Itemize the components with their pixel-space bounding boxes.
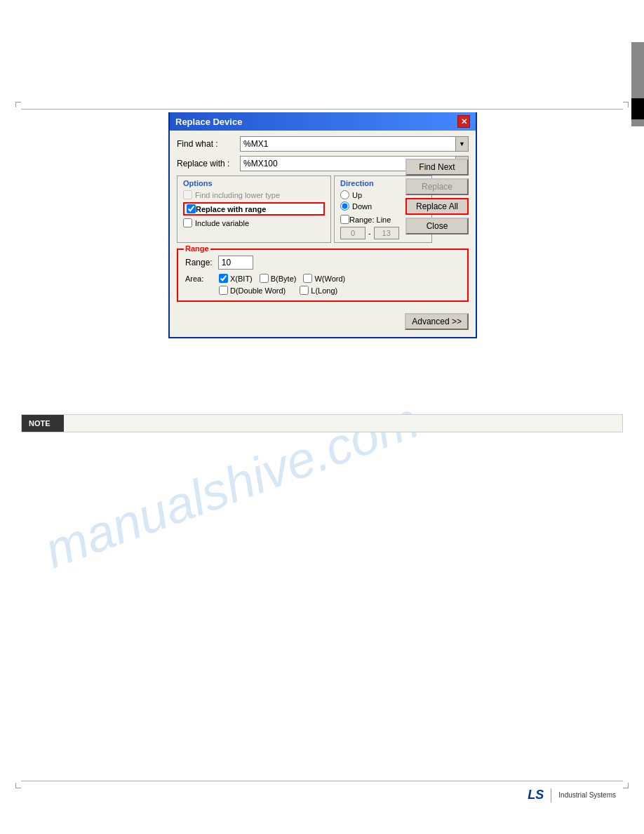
find-next-button[interactable]: Find Next [405,159,469,176]
corner-tr [623,102,629,107]
replace-button[interactable]: Replace [405,178,469,195]
dialog-title: Replace Device [175,117,242,127]
dword-checkbox-group: D(Double Word) [219,286,286,295]
range-value-input[interactable] [218,256,253,270]
dialog-main: Find what : ▼ Replace with : ▼ Find Next… [170,131,476,337]
logo-ls: LS [528,788,544,802]
corner-bl [15,783,21,788]
logo-separator [551,788,551,802]
find-including-lower-type-checkbox[interactable] [183,190,192,199]
wword-checkbox[interactable] [303,274,312,283]
area-row-2: D(Double Word) L(Long) [219,286,460,295]
corner-br [623,783,629,788]
find-what-input[interactable] [241,139,455,149]
top-line [21,109,623,110]
close-button[interactable]: Close [405,218,469,234]
up-radio[interactable] [340,190,349,199]
note-content [64,415,622,432]
find-what-row: Find what : ▼ [177,136,469,152]
corner-tl [15,102,21,107]
find-what-dropdown[interactable]: ▼ [455,137,468,151]
xbit-label: X(BIT) [230,274,253,283]
range-line-label: Range: Line [349,216,391,224]
bbyte-label: B(Byte) [271,274,297,283]
range-value-row: Range: [185,256,460,270]
wword-checkbox-group: W(Word) [303,274,345,283]
find-including-lower-type-row: Find including lower type [183,190,325,199]
logo-text: Industrial Systems [558,791,616,799]
xbit-checkbox[interactable] [219,274,228,283]
down-radio[interactable] [340,201,349,211]
xbit-checkbox-group: X(BIT) [219,274,253,283]
llong-checkbox[interactable] [300,286,309,295]
include-variable-row: Include variable [183,218,325,227]
dialog-close-button[interactable]: ✕ [457,115,470,128]
range-dash: - [368,229,371,237]
replace-device-dialog: Replace Device ✕ Find what : ▼ Replace w… [168,112,477,338]
options-label: Options [183,179,325,187]
range-from-input[interactable] [340,227,365,239]
include-variable-checkbox[interactable] [183,218,192,227]
buttons-column: Find Next Replace Replace All Close [405,159,469,234]
range-line-checkbox[interactable] [340,215,349,224]
llong-label: L(Long) [311,286,337,295]
bbyte-checkbox[interactable] [260,274,269,283]
range-to-input[interactable] [374,227,399,239]
replace-all-button[interactable]: Replace All [405,198,469,215]
wword-label: W(Word) [314,274,345,283]
range-section-label: Range [184,244,210,253]
area-label: Area: [185,274,212,283]
dword-label: D(Double Word) [230,286,286,295]
find-what-input-wrapper: ▼ [240,136,469,152]
logo-area: LS Industrial Systems [528,788,616,802]
bottom-line [21,781,623,781]
down-label: Down [352,202,372,211]
include-variable-label: Include variable [195,219,249,227]
llong-checkbox-group: L(Long) [300,286,337,295]
range-row-label: Range: [185,258,213,267]
bbyte-checkbox-group: B(Byte) [260,274,297,283]
dialog-titlebar: Replace Device ✕ [170,112,476,131]
advanced-button[interactable]: Advanced >> [405,313,469,330]
find-including-lower-type-label: Find including lower type [195,191,280,199]
options-box: Options Find including lower type Replac… [177,176,331,243]
note-box: NOTE [21,414,623,432]
replace-with-label: Replace with : [177,159,240,168]
area-row-1: Area: X(BIT) B(Byte) W(Word) [185,274,460,283]
note-label: NOTE [22,415,64,432]
black-square [631,98,644,119]
up-label: Up [352,191,362,199]
replace-with-range-checkbox[interactable] [187,204,196,213]
dword-checkbox[interactable] [219,286,228,295]
find-what-label: Find what : [177,139,240,149]
range-section: Range Range: Area: X(BIT) B(Byte) W(Word… [177,249,469,302]
replace-with-range-row: Replace with range [183,202,325,216]
replace-with-range-label: Replace with range [196,205,266,213]
